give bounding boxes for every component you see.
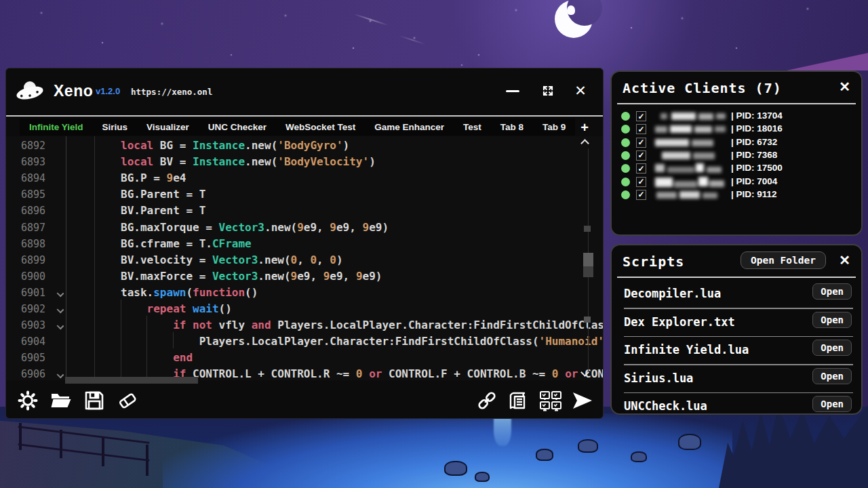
code-text: BV.velocity = Vector3.new(0, 0, 0) [68, 252, 343, 268]
tab-tab-9[interactable]: Tab 9 [533, 122, 575, 132]
script-item: Sirius.luaOpen [624, 365, 853, 394]
fold-chevron-icon[interactable] [57, 290, 64, 298]
script-open-button[interactable]: Open [812, 312, 852, 328]
client-online-dot [621, 164, 630, 173]
client-checkbox[interactable]: ✓ [636, 177, 646, 187]
code-line[interactable]: 6905 end [6, 350, 603, 366]
fold-chevron-icon[interactable] [57, 323, 64, 330]
fold-chevron-icon[interactable] [57, 371, 64, 379]
active-clients-title: Active Clients (7) [623, 80, 782, 96]
line-number: 6902 [21, 303, 52, 315]
scrollbar-mark [584, 226, 591, 232]
script-name: UNCCheck.lua [624, 399, 707, 413]
script-open-button[interactable]: Open [812, 340, 852, 356]
client-row: ✓| PID: 17500 [612, 162, 861, 175]
code-text: BV.Parent = T [68, 203, 205, 219]
code-line[interactable]: 6895 BG.Parent = T [6, 186, 603, 203]
execute-icon[interactable] [570, 388, 595, 413]
save-icon[interactable] [82, 388, 106, 413]
code-line[interactable]: 6894 BG.P = 9e4 [6, 170, 603, 186]
fold-chevron-icon[interactable] [57, 306, 64, 314]
add-tab-button[interactable]: + [580, 121, 589, 134]
line-number: 6904 [21, 336, 52, 348]
client-checkbox[interactable]: ✓ [636, 138, 646, 148]
settings-icon[interactable] [16, 388, 40, 413]
tab-websocket-test[interactable]: WebSocket Test [276, 122, 365, 132]
client-row: ✓| PID: 7004 [612, 176, 861, 188]
tab-test[interactable]: Test [454, 122, 491, 132]
tab-infinite-yield[interactable]: Infinite Yield [20, 122, 93, 132]
open-file-icon[interactable] [49, 388, 73, 413]
code-line[interactable]: 6896 BV.Parent = T [6, 203, 603, 219]
line-number: 6894 [21, 172, 52, 184]
code-text: if not vfly and Players.LocalPlayer.Char… [68, 317, 603, 333]
client-name-redacted [655, 190, 727, 201]
client-checkbox[interactable]: ✓ [636, 150, 646, 161]
titlebar-separator [6, 115, 603, 117]
client-online-dot [621, 190, 630, 199]
line-number: 6899 [21, 254, 52, 266]
tab-game-enhancer[interactable]: Game Enhancer [365, 122, 454, 132]
minimize-button[interactable] [501, 81, 524, 101]
tab-sirius[interactable]: Sirius [93, 122, 138, 132]
script-name: Infinite Yield.lua [624, 343, 749, 357]
line-number: 6897 [21, 222, 52, 234]
code-line[interactable]: 6897 BG.maxTorque = Vector3.new(9e9, 9e9… [6, 220, 603, 236]
script-item: Dex Explorer.txtOpen [624, 309, 853, 338]
title-bar[interactable]: Xeno v1.2.0 https://xeno.onl ✕ [6, 68, 603, 116]
code-text: end [68, 350, 193, 366]
app-version: v1.2.0 [96, 86, 120, 96]
maximize-button[interactable] [536, 81, 559, 101]
code-line[interactable]: 6899 BV.velocity = Vector3.new(0, 0, 0) [6, 252, 603, 268]
code-line[interactable]: 6903 if not vfly and Players.LocalPlayer… [6, 317, 603, 333]
clear-icon[interactable] [115, 388, 140, 413]
xeno-ufo-logo [14, 77, 45, 106]
client-checkbox[interactable]: ✓ [636, 163, 646, 174]
vertical-scrollbar-thumb[interactable] [583, 253, 593, 277]
client-name-redacted [655, 111, 727, 122]
client-checkbox[interactable]: ✓ [636, 124, 646, 134]
script-open-button[interactable]: Open [812, 396, 852, 412]
code-line[interactable]: 6902 repeat wait() [6, 301, 603, 317]
client-checkbox[interactable]: ✓ [636, 111, 646, 121]
code-line[interactable]: 6892 local BG = Instance.new('BodyGyro') [6, 138, 603, 154]
open-folder-button[interactable]: Open Folder [741, 251, 826, 269]
tab-tab-8[interactable]: Tab 8 [491, 122, 533, 132]
code-editor[interactable]: 6892 local BG = Instance.new('BodyGyro')… [6, 136, 603, 380]
scripts-close-icon[interactable]: ✕ [839, 252, 850, 268]
moon-figure [567, 5, 575, 15]
code-text: local BG = Instance.new('BodyGyro') [68, 138, 349, 154]
script-open-button[interactable]: Open [812, 368, 852, 384]
fence-post [102, 436, 104, 466]
attach-icon[interactable] [475, 388, 499, 413]
client-pid: | PID: 18016 [731, 123, 783, 134]
code-line[interactable]: 6904 Players.LocalPlayer.Character:FindF… [6, 333, 603, 350]
script-open-button[interactable]: Open [812, 283, 852, 300]
active-clients-close-icon[interactable]: ✕ [839, 79, 850, 95]
code-line[interactable]: 6893 local BV = Instance.new('BodyVeloci… [6, 154, 603, 170]
shooting-star [399, 35, 426, 45]
scripts-title: Scripts [623, 253, 684, 270]
code-line[interactable]: 6898 BG.cframe = T.CFrame [6, 236, 603, 252]
multi-instance-icon[interactable] [538, 388, 563, 413]
horizontal-scrollbar-thumb[interactable] [65, 377, 198, 384]
client-row: ✓| PID: 9112 [612, 188, 861, 201]
client-online-dot [621, 138, 630, 147]
execute-script-icon[interactable] [507, 388, 531, 413]
panel-separator [617, 103, 856, 104]
line-number: 6893 [21, 156, 52, 168]
close-button[interactable]: ✕ [569, 81, 592, 101]
code-line[interactable]: 6901 task.spawn(function() [6, 285, 603, 301]
app-url: https://xeno.onl [131, 87, 212, 97]
code-line[interactable]: 6900 BV.maxForce = Vector3.new(9e9, 9e9,… [6, 268, 603, 285]
tab-unc-checker[interactable]: UNC Checker [199, 122, 276, 132]
script-item: Decompiler.luaOpen [624, 281, 853, 309]
active-clients-panel: Active Clients (7) ✕ ✓| PID: 13704✓| PID… [610, 70, 863, 236]
background-cloud-band [787, 53, 868, 70]
tab-visualizer[interactable]: Visualizer [137, 122, 199, 132]
client-row: ✓| PID: 7368 [612, 149, 861, 162]
line-number: 6898 [21, 238, 52, 250]
landscape-rock [631, 451, 647, 462]
stars [0, 0, 1, 1]
client-checkbox[interactable]: ✓ [636, 190, 646, 200]
